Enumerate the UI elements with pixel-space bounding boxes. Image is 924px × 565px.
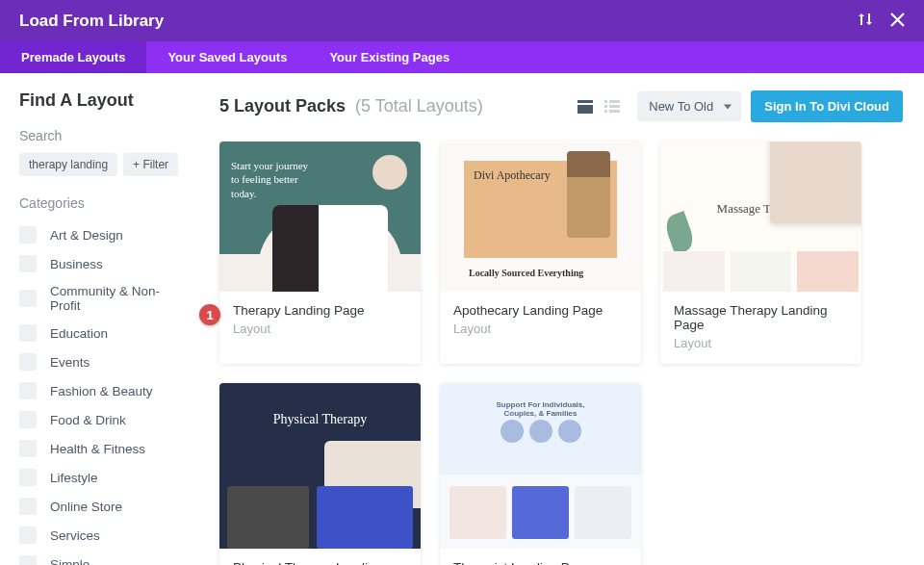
tab-saved-layouts[interactable]: Your Saved Layouts: [146, 41, 308, 73]
card-title: Apothecary Landing Page: [453, 303, 628, 318]
layout-card[interactable]: Divi Apothecary Locally Sourced Everythi…: [440, 141, 641, 364]
checkbox-icon[interactable]: [19, 255, 37, 272]
grid-view-icon[interactable]: [578, 100, 593, 114]
content-area: 5 Layout Packs (5 Total Layouts) New To …: [202, 73, 924, 565]
categories-list: Art & Design Business Community & Non-Pr…: [19, 220, 183, 565]
checkbox-icon[interactable]: [19, 498, 37, 515]
category-item[interactable]: Services: [19, 521, 183, 550]
category-item[interactable]: Art & Design: [19, 220, 183, 249]
card-thumbnail: Massage Therapy: [660, 141, 861, 292]
svg-rect-0: [578, 100, 593, 103]
svg-rect-6: [604, 110, 607, 113]
layout-card[interactable]: Physical Therapy Physical Therapy Landin…: [219, 383, 421, 565]
category-label: Art & Design: [50, 228, 123, 243]
category-item[interactable]: Community & Non-Profit: [19, 278, 183, 319]
thumb-brand: Divi Apothecary: [474, 168, 551, 183]
close-icon[interactable]: [890, 13, 905, 30]
tab-premade-layouts[interactable]: Premade Layouts: [0, 41, 146, 73]
category-label: Events: [50, 355, 90, 370]
category-label: Community & Non-Profit: [50, 284, 183, 313]
tab-bar: Premade Layouts Your Saved Layouts Your …: [0, 41, 924, 73]
card-subtitle: Layout: [233, 321, 407, 336]
layout-card[interactable]: Massage Therapy Massage Therapy Landing …: [660, 141, 861, 364]
list-view-icon[interactable]: [604, 100, 620, 114]
search-label: Search: [19, 128, 183, 143]
checkbox-icon[interactable]: [19, 290, 37, 307]
thumb-tag: Locally Sourced Everything: [469, 268, 583, 278]
category-label: Business: [50, 257, 103, 271]
category-label: Services: [50, 528, 100, 543]
sort-icon[interactable]: [858, 12, 873, 30]
category-item[interactable]: Health & Fitness: [19, 434, 183, 463]
svg-rect-4: [604, 105, 607, 108]
checkbox-icon[interactable]: [19, 469, 37, 486]
category-item[interactable]: Simple: [19, 550, 183, 565]
search-tag[interactable]: therapy landing: [19, 153, 117, 176]
category-label: Education: [50, 326, 108, 341]
card-title: Therapist Landing Page: [453, 560, 628, 565]
sort-select[interactable]: New To Old: [637, 91, 741, 121]
checkbox-icon[interactable]: [19, 226, 37, 244]
layout-grid: Start your journey to feeling better tod…: [219, 141, 903, 565]
svg-rect-1: [578, 105, 593, 114]
categories-label: Categories: [19, 195, 183, 211]
card-thumbnail: Divi Apothecary Locally Sourced Everythi…: [440, 141, 641, 292]
svg-rect-5: [609, 105, 620, 108]
results-count: 5 Layout Packs: [219, 96, 346, 116]
sidebar: Find A Layout Search therapy landing + F…: [0, 73, 202, 565]
category-item[interactable]: Fashion & Beauty: [19, 376, 183, 405]
thumb-headline: Support For Individuals, Couples, & Fami…: [490, 400, 591, 418]
results-subtitle: (5 Total Layouts): [355, 96, 483, 116]
modal-title: Load From Library: [19, 12, 858, 31]
category-label: Health & Fitness: [50, 442, 145, 456]
category-label: Fashion & Beauty: [50, 384, 153, 398]
card-title: Massage Therapy Landing Page: [674, 303, 848, 332]
checkbox-icon[interactable]: [19, 382, 37, 399]
checkbox-icon[interactable]: [19, 324, 37, 342]
category-label: Simple: [50, 557, 90, 566]
modal-header: Load From Library: [0, 0, 924, 41]
thumb-headline: Start your journey to feeling better tod…: [231, 159, 318, 200]
layout-card[interactable]: Start your journey to feeling better tod…: [219, 141, 421, 364]
tab-existing-pages[interactable]: Your Existing Pages: [308, 41, 471, 73]
card-thumbnail: Physical Therapy: [219, 383, 421, 549]
category-item[interactable]: Events: [19, 347, 183, 376]
card-thumbnail: Support For Individuals, Couples, & Fami…: [440, 383, 641, 549]
category-item[interactable]: Online Store: [19, 492, 183, 521]
category-label: Lifestyle: [50, 471, 98, 485]
card-subtitle: Layout: [453, 321, 628, 336]
category-item[interactable]: Lifestyle: [19, 463, 183, 492]
sidebar-title: Find A Layout: [19, 90, 183, 111]
filter-button[interactable]: + Filter: [123, 153, 178, 176]
svg-rect-7: [609, 110, 620, 113]
category-item[interactable]: Business: [19, 249, 183, 278]
checkbox-icon[interactable]: [19, 555, 37, 565]
category-item[interactable]: Food & Drink: [19, 405, 183, 434]
category-item[interactable]: Education: [19, 319, 183, 347]
category-label: Online Store: [50, 500, 122, 514]
thumb-headline: Physical Therapy: [273, 412, 367, 426]
svg-rect-2: [604, 100, 607, 103]
step-badge: 1: [199, 304, 220, 325]
category-label: Food & Drink: [50, 413, 126, 427]
card-subtitle: Layout: [674, 336, 848, 350]
card-title: Physical Therapy Landing Page: [233, 560, 407, 565]
checkbox-icon[interactable]: [19, 526, 37, 544]
checkbox-icon[interactable]: [19, 353, 37, 371]
checkbox-icon[interactable]: [19, 440, 37, 457]
layout-card[interactable]: Support For Individuals, Couples, & Fami…: [440, 383, 641, 565]
sign-in-cloud-button[interactable]: Sign In To Divi Cloud: [751, 90, 903, 122]
card-thumbnail: Start your journey to feeling better tod…: [219, 141, 421, 292]
svg-rect-3: [609, 100, 620, 103]
card-title: Therapy Landing Page: [233, 303, 407, 318]
checkbox-icon[interactable]: [19, 411, 37, 428]
